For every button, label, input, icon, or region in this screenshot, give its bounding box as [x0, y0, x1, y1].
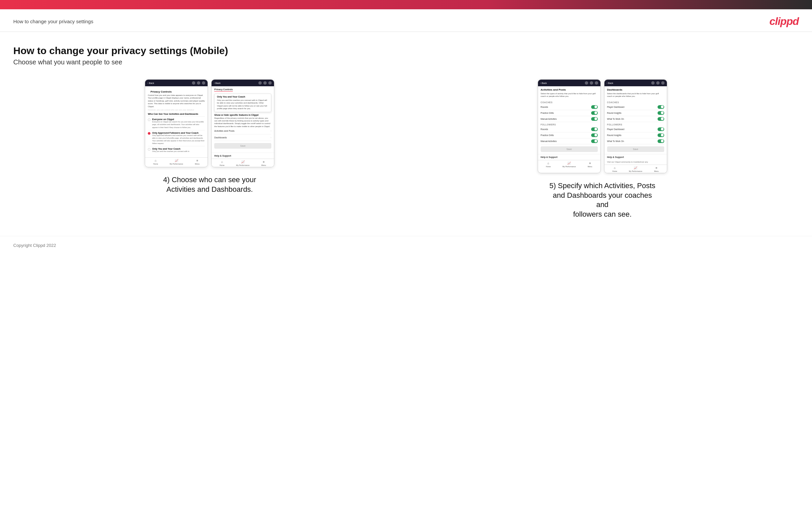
toggle-switch-followers-manual[interactable]: [591, 139, 598, 143]
double-mock-1: ‹ Back Privacy Controls Control how you …: [145, 79, 274, 167]
toggle-switch-coaches-player[interactable]: [658, 105, 664, 109]
toggle-followers-drills[interactable]: Practice Drills: [541, 132, 598, 138]
help-support-4: Help & Support: [604, 154, 667, 160]
settings-icon-2: [268, 81, 272, 84]
chevron-dashboards-icon: ›: [271, 136, 272, 139]
footer-menu-3[interactable]: ≡ Menu: [579, 162, 601, 168]
show-hide-text: Regardless of the privacy controls that …: [214, 117, 271, 128]
profile-icon-2: [263, 81, 267, 84]
mock-footer-3: ⌂ Home 📈 My Performance ≡ Menu: [538, 160, 601, 168]
toggle-switch-followers-rounds[interactable]: [591, 127, 598, 131]
toggle-switch-coaches-insights[interactable]: [658, 111, 664, 115]
copyright-text: Copyright Clippd 2022: [13, 243, 56, 248]
mock-footer-4: ⌂ Home 📈 My Performance ≡ Menu: [604, 165, 667, 173]
followers-toggles-3: Rounds Practice Drills Manual Activities: [538, 126, 601, 144]
radio-only-you[interactable]: Only You and Your Coach Only you and the…: [148, 146, 205, 154]
toggle-coaches-manual[interactable]: Manual Activities: [541, 116, 598, 122]
dashboards-title: Dashboards: [607, 88, 664, 91]
mock-back-btn-3[interactable]: ‹ Back: [540, 82, 547, 84]
mock-body-2: Privacy Controls Only You and Your Coach…: [211, 86, 274, 153]
save-btn-3[interactable]: Save: [541, 146, 598, 152]
toggle-switch-followers-player[interactable]: [658, 127, 664, 131]
coaches-header-3: COACHES: [538, 100, 601, 104]
caption-4: 4) Choose who can see your Activities an…: [156, 175, 263, 194]
privacy-controls-nav-pill: Privacy Controls: [214, 88, 271, 92]
followers-header-3: FOLLOWERS: [538, 122, 601, 126]
logo: clippd: [769, 15, 799, 27]
performance-icon-4: 📈: [633, 166, 637, 170]
menu-icon-3: ≡: [589, 162, 591, 165]
radio-text-only-you: Only You and Your Coach Only you and the…: [152, 148, 189, 153]
footer-home-3[interactable]: ⌂ Home: [538, 162, 559, 168]
mock-back-btn-4[interactable]: ‹ Back: [607, 82, 613, 84]
toggle-followers-what-to-work[interactable]: What To Work On: [607, 138, 664, 144]
settings-icon-1: [202, 81, 205, 84]
mock-nav-icons-3: [585, 81, 598, 84]
page-content: How to change your privacy settings (Mob…: [0, 32, 812, 229]
coaches-toggles-4: Player Dashboard Round Insights What To …: [604, 104, 667, 122]
footer-performance-2[interactable]: 📈 My Performance: [233, 160, 253, 166]
toggle-switch-coaches-manual[interactable]: [591, 117, 598, 121]
coaches-header-4: COACHES: [604, 100, 667, 104]
home-icon-4: ⌂: [614, 166, 615, 170]
menu-icon-4: ≡: [656, 166, 657, 170]
page-subheading: Choose what you want people to see: [13, 58, 799, 66]
toggle-switch-followers-drills[interactable]: [591, 133, 598, 137]
footer-menu-2[interactable]: ≡ Menu: [253, 160, 274, 166]
chevron-activities-icon: ›: [271, 129, 272, 132]
footer-performance-3[interactable]: 📈 My Performance: [559, 162, 579, 168]
top-gradient-bar: [0, 0, 812, 9]
toggle-coaches-drills[interactable]: Practice Drills: [541, 110, 598, 116]
toggle-switch-coaches-drills[interactable]: [591, 111, 598, 115]
toggle-followers-round-insights[interactable]: Round Insights: [607, 132, 664, 138]
footer-home-2[interactable]: ⌂ Home: [211, 160, 233, 166]
footer-performance-4[interactable]: 📈 My Performance: [625, 166, 646, 172]
profile-icon-3: [590, 81, 593, 84]
radio-circle-approved: [148, 132, 150, 135]
dropdown-box[interactable]: Only You and Your Coach Only you and the…: [214, 94, 271, 112]
radio-text-approved: Only Approved Followers and Your Coach O…: [152, 132, 205, 145]
mock-back-btn-2[interactable]: ‹ Back: [214, 82, 220, 84]
activities-posts-title: Activities and Posts: [541, 88, 598, 91]
toggle-coaches-what-to-work[interactable]: What To Work On: [607, 116, 664, 122]
toggle-coaches-rounds[interactable]: Rounds: [541, 104, 598, 110]
caption-5: 5) Specify which Activities, Posts and D…: [549, 181, 656, 219]
save-wrap-4: Save: [604, 146, 667, 152]
mock-body-1: Privacy Controls Control how you and you…: [145, 86, 208, 157]
radio-circle-only-you: [148, 148, 150, 151]
toggle-switch-coaches-rounds[interactable]: [591, 105, 598, 109]
footer-menu-4[interactable]: ≡ Menu: [646, 166, 667, 172]
footer-home-1[interactable]: ⌂ Home: [145, 159, 166, 165]
toggle-followers-player-dashboard[interactable]: Player Dashboard: [607, 126, 664, 132]
toggle-followers-manual[interactable]: Manual Activities: [541, 138, 598, 144]
search-icon-2: [258, 81, 262, 84]
toggle-switch-followers-insights[interactable]: [658, 133, 664, 137]
mobile-mock-1: ‹ Back Privacy Controls Control how you …: [145, 79, 208, 167]
radio-everyone[interactable]: Everyone on Clippd Everyone on Clippd ca…: [148, 116, 205, 130]
followers-header-4: FOLLOWERS: [604, 122, 667, 126]
screenshot-group-1: ‹ Back Privacy Controls Control how you …: [13, 79, 406, 194]
toggle-followers-rounds[interactable]: Rounds: [541, 126, 598, 132]
page-heading: How to change your privacy settings (Mob…: [13, 45, 799, 56]
footer-menu-1[interactable]: ≡ Menu: [187, 159, 208, 165]
help-support-2: Help & Support: [211, 153, 274, 159]
save-btn-4[interactable]: Save: [607, 146, 664, 152]
mock-back-btn-1[interactable]: ‹ Back: [147, 82, 154, 84]
link-activities[interactable]: Activities and Posts ›: [214, 128, 271, 134]
save-btn-2[interactable]: Save: [214, 143, 271, 149]
toggle-coaches-player-dashboard[interactable]: Player Dashboard: [607, 104, 664, 110]
privacy-controls-desc-2: However, you can control who can see you…: [148, 109, 205, 111]
mobile-mock-3: ‹ Back Activities and Posts Select the t…: [538, 79, 601, 173]
toggle-switch-followers-work[interactable]: [658, 139, 664, 143]
toggle-switch-coaches-work[interactable]: [658, 117, 664, 121]
footer-home-4[interactable]: ⌂ Home: [604, 166, 625, 172]
radio-approved[interactable]: Only Approved Followers and Your Coach O…: [148, 130, 205, 146]
dashboards-desc: Select the dashboards that you'd like to…: [607, 92, 664, 98]
performance-icon-2: 📈: [241, 160, 245, 164]
mobile-mock-2: ‹ Back Privacy Controls Only You and You: [211, 79, 274, 167]
footer-performance-1[interactable]: 📈 My Performance: [166, 159, 187, 165]
performance-icon-3: 📈: [567, 162, 571, 165]
toggle-coaches-round-insights[interactable]: Round Insights: [607, 110, 664, 116]
mobile-mock-4: ‹ Back Dashboards Select the dashboards …: [604, 79, 667, 173]
link-dashboards[interactable]: Dashboards ›: [214, 134, 271, 141]
